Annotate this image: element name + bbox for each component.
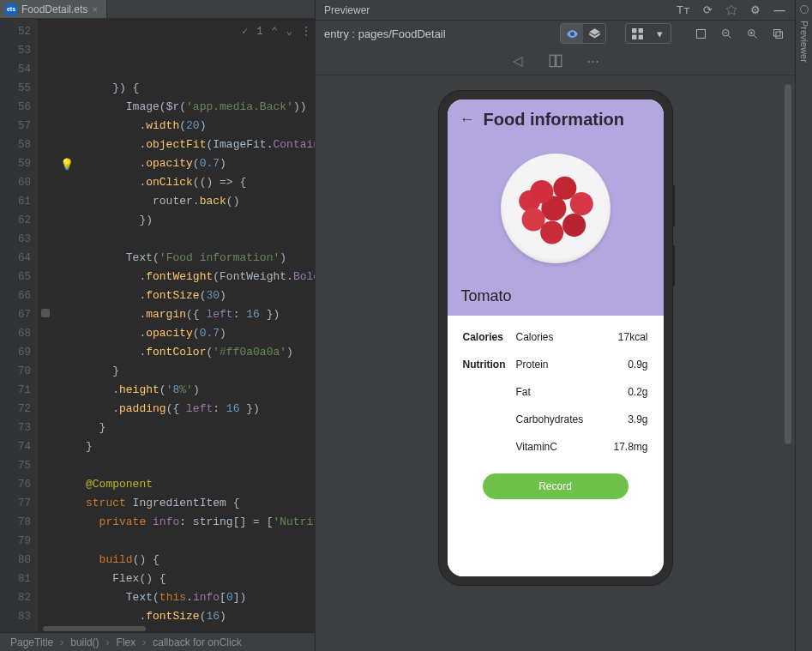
rotate-icon[interactable] <box>690 25 711 42</box>
nutrition-label: Fat <box>516 386 602 398</box>
check-icon: ✓ <box>242 22 248 41</box>
layers-icon[interactable] <box>583 24 605 43</box>
file-type-badge: ets <box>5 3 17 15</box>
editor-pane: ets FoodDetail.ets × 5253545556575859606… <box>0 0 315 651</box>
nutrition-label: Carbohydrates <box>516 413 602 425</box>
nutrition-label: VitaminC <box>516 441 602 453</box>
breadcrumb-item[interactable]: PageTitle <box>10 636 53 648</box>
grid-icon[interactable] <box>626 24 648 43</box>
breakpoint-icon[interactable] <box>41 309 50 317</box>
nutrition-group: Calories <box>463 331 516 343</box>
nutrition-value: 3.9g <box>602 413 648 425</box>
svg-rect-4 <box>696 29 705 38</box>
grid-dropdown-icon[interactable]: ▾ <box>648 24 671 43</box>
food-name: Tomato <box>460 287 652 307</box>
breadcrumb-item[interactable]: build() <box>70 636 99 648</box>
svg-rect-1 <box>638 28 642 33</box>
app-root: ets FoodDetail.ets × 5253545556575859606… <box>0 0 812 651</box>
nutrition-value: 17kcal <box>602 331 648 343</box>
code-body[interactable]: ✓ 1 ⌃ ⌄ ⋮ }) { Image($r('app.media.Back'… <box>86 19 315 632</box>
record-button[interactable]: Record <box>483 473 629 499</box>
preview-subbar: entry : pages/FoodDetail ▾ <box>316 21 795 46</box>
editor-tab-filename: FoodDetail.ets <box>21 3 87 15</box>
food-image <box>501 154 611 263</box>
previewer-stripe-label[interactable]: Previewer <box>799 17 809 66</box>
nav-back-icon[interactable]: ◁ <box>506 51 530 71</box>
previewer-stripe-icon[interactable] <box>800 5 809 14</box>
page-title: Food information <box>484 110 624 130</box>
zoom-in-icon[interactable] <box>742 25 762 42</box>
breadcrumb-item[interactable]: Flex <box>117 636 136 648</box>
nav-more-icon[interactable]: ⋯ <box>581 51 605 71</box>
svg-rect-2 <box>632 34 636 39</box>
nutrition-row: VitaminC17.8mg <box>463 441 648 453</box>
food-image-wrap <box>460 130 652 287</box>
nav-split-icon[interactable] <box>544 51 568 71</box>
device-frame: ← Food information Tomato CaloriesCalori… <box>439 91 672 585</box>
profiler-icon[interactable] <box>721 2 742 19</box>
marker-stripe: 💡 <box>38 19 86 632</box>
editor-tab-active[interactable]: ets FoodDetail.ets × <box>0 0 107 18</box>
code-area[interactable]: 5253545556575859606162636465666768697071… <box>0 19 315 632</box>
minimize-icon[interactable]: — <box>769 2 790 19</box>
nutrition-row: Carbohydrates3.9g <box>463 413 648 425</box>
breadcrumb[interactable]: PageTitlebuild()Flexcallback for onClick <box>0 632 315 651</box>
nutrition-label: Calories <box>516 331 602 343</box>
device-screen: ← Food information Tomato CaloriesCalori… <box>448 99 664 576</box>
right-toolwindow-stripe: Previewer <box>795 0 812 651</box>
nutrition-label: Protein <box>516 359 602 371</box>
gear-icon[interactable]: ⚙ <box>745 2 766 19</box>
preview-titlebar: Previewer Tᴛ ⟳ ⚙ — <box>316 0 795 21</box>
h-scrollbar-thumb[interactable] <box>43 626 146 631</box>
nutrition-row: NutritionProtein0.9g <box>463 359 648 371</box>
nutrition-row: Fat0.2g <box>463 386 648 398</box>
svg-rect-3 <box>638 34 642 39</box>
chevron-down-icon[interactable]: ⌄ <box>286 22 292 41</box>
preview-nav: ◁ ⋯ <box>316 46 795 75</box>
preview-entry-path: entry : pages/FoodDetail <box>324 27 446 40</box>
svg-rect-15 <box>556 55 561 67</box>
multi-window-icon[interactable] <box>767 25 788 42</box>
close-icon[interactable]: × <box>92 4 97 15</box>
nutrition-value: 17.8mg <box>602 441 648 453</box>
svg-line-6 <box>728 35 731 38</box>
nutrition-row: CaloriesCalories17kcal <box>463 331 648 343</box>
eye-icon[interactable] <box>561 24 583 43</box>
svg-rect-12 <box>773 29 780 36</box>
nutrition-list: CaloriesCalories17kcalNutritionProtein0.… <box>448 316 664 576</box>
svg-rect-13 <box>776 32 783 39</box>
inspection-widget[interactable]: ✓ 1 ⌃ ⌄ ⋮ <box>237 22 311 41</box>
food-header-row: ← Food information <box>460 110 652 130</box>
zoom-out-icon[interactable] <box>716 25 737 42</box>
svg-rect-14 <box>550 55 555 67</box>
preview-pane: Previewer Tᴛ ⟳ ⚙ — entry : pages/FoodDet… <box>315 0 795 651</box>
preview-v-scrollbar[interactable] <box>785 84 791 642</box>
svg-line-9 <box>754 35 756 38</box>
nutrition-group: Nutrition <box>463 359 516 371</box>
kebab-icon[interactable]: ⋮ <box>301 22 311 41</box>
editor-tabs: ets FoodDetail.ets × <box>0 0 315 19</box>
lightbulb-icon[interactable]: 💡 <box>60 158 74 171</box>
line-number-gutter: 5253545556575859606162636465666768697071… <box>0 19 38 632</box>
view-toggle-group-2: ▾ <box>625 23 671 44</box>
preview-stage: ← Food information Tomato CaloriesCalori… <box>316 75 795 651</box>
nutrition-value: 0.2g <box>602 386 648 398</box>
nutrition-value: 0.9g <box>602 359 648 371</box>
svg-rect-0 <box>632 28 636 33</box>
chevron-up-icon[interactable]: ⌃ <box>272 22 278 41</box>
breadcrumb-item[interactable]: callback for onClick <box>153 636 241 648</box>
font-size-icon[interactable]: Tᴛ <box>673 2 694 19</box>
food-header-area: ← Food information Tomato <box>448 99 664 316</box>
preview-title: Previewer <box>324 4 370 16</box>
view-toggle-group-1 <box>560 23 606 44</box>
h-scrollbar[interactable] <box>38 625 315 632</box>
refresh-icon[interactable]: ⟳ <box>697 2 718 19</box>
preview-v-scrollbar-thumb[interactable] <box>785 84 791 444</box>
inspection-count: 1 <box>256 22 262 41</box>
back-arrow-icon[interactable]: ← <box>460 111 475 129</box>
